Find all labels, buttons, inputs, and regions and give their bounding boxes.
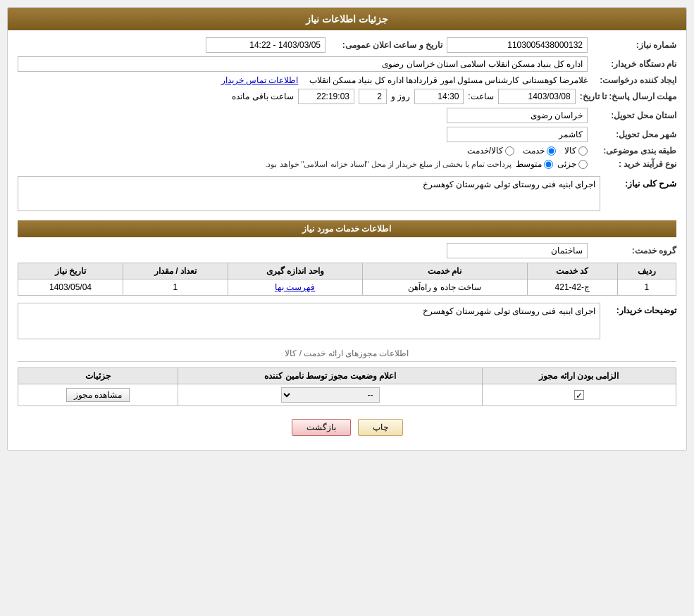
buyer-notes-textarea[interactable]: اجرای ابنیه فنی روستای تولی شهرستان کوهس…: [18, 303, 600, 339]
contact-link[interactable]: اطلاعات تماس خریدار: [221, 75, 299, 85]
province-value: خراسان رضوی: [447, 108, 588, 123]
process-note: پرداخت تمام یا بخشی از مبلغ خریدار از مح…: [265, 160, 512, 169]
general-desc-textarea[interactable]: اجرای ابنیه فنی روستای تولی شهرستان کوهس…: [18, 176, 600, 211]
col-quantity: تعداد / مقدار: [123, 263, 228, 279]
buyer-name-label: نام دستگاه خریدار:: [592, 59, 676, 69]
cell-row-num: 1: [617, 279, 676, 296]
col-row-num: ردیف: [617, 263, 676, 279]
city-label: شهر محل تحویل:: [592, 130, 676, 139]
radio-kala-khedmat[interactable]: [505, 146, 514, 156]
announcement-label: تاریخ و ساعت اعلان عمومی:: [330, 40, 442, 50]
service-group-label: گروه خدمت:: [592, 246, 676, 256]
creator-label: ایجاد کننده درخواست:: [592, 75, 676, 85]
license-status-cell[interactable]: --: [178, 384, 482, 406]
deadline-days: 2: [359, 89, 387, 104]
radio-kala-khedmat-label: کالا/خدمت: [467, 146, 503, 156]
col-service-name: نام خدمت: [362, 263, 527, 279]
buyer-name-value: اداره کل بنیاد مسکن انقلاب اسلامی استان …: [18, 56, 588, 72]
deadline-remaining: 22:19:03: [298, 89, 354, 104]
print-button[interactable]: چاپ: [358, 419, 403, 436]
col-date: تاریخ نیاز: [18, 263, 123, 279]
col-license-details: جزئیات: [18, 368, 178, 384]
deadline-remaining-label: ساعت باقی مانده: [232, 92, 294, 101]
creator-value: غلامرضا کوهستانی کارشناس مسئول امور قرار…: [309, 75, 588, 85]
need-number-value: 1103005438000132: [447, 37, 588, 53]
license-required-cell: ✓: [482, 384, 676, 406]
table-row: 1 ج-42-421 ساخت جاده و راه‌آهن فهرست بها…: [18, 279, 676, 296]
category-radio-group: کالا خدمت کالا/خدمت: [467, 146, 588, 156]
radio-khedmat[interactable]: [547, 146, 556, 156]
cell-unit[interactable]: فهرست بها: [228, 279, 362, 296]
license-required-checkbox[interactable]: ✓: [574, 390, 584, 400]
cell-service-name: ساخت جاده و راه‌آهن: [362, 279, 527, 296]
footer-buttons: چاپ بازگشت: [18, 419, 676, 436]
deadline-label: مهلت ارسال پاسخ: تا تاریخ:: [580, 92, 676, 101]
license-status-select[interactable]: --: [281, 387, 380, 403]
category-label: طبقه بندی موضوعی:: [592, 146, 676, 156]
general-desc-label: شرح کلی نیاز:: [606, 176, 676, 189]
unit-link[interactable]: فهرست بها: [275, 282, 315, 292]
radio-kala-label: کالا: [564, 146, 576, 156]
radio-jozi-label: جزئی: [557, 159, 576, 169]
radio-motavasset[interactable]: [544, 160, 553, 169]
cell-service-code: ج-42-421: [527, 279, 617, 296]
announcement-value: 1403/03/05 - 14:22: [206, 37, 326, 53]
license-row: ✓ -- مشاهده مجوز: [18, 384, 676, 406]
services-section-header: اطلاعات خدمات مورد نیاز: [18, 220, 676, 237]
radio-jozi[interactable]: [578, 160, 588, 169]
service-group-value: ساختمان: [447, 243, 588, 258]
radio-khedmat-label: خدمت: [523, 146, 545, 156]
services-table: ردیف کد خدمت نام خدمت واحد اندازه گیری ت…: [18, 263, 676, 296]
back-button[interactable]: بازگشت: [292, 419, 351, 436]
province-label: استان محل تحویل:: [592, 111, 676, 120]
page-title: جزئیات اطلاعات نیاز: [8, 8, 686, 30]
deadline-day-label: روز و: [391, 92, 410, 101]
buyer-notes-label: توضیحات خریدار:: [606, 303, 676, 315]
cell-quantity: 1: [123, 279, 228, 296]
radio-motavasset-label: متوسط: [516, 159, 542, 169]
col-license-required: الزامی بودن ارائه مجوز: [482, 368, 676, 384]
col-unit: واحد اندازه گیری: [228, 263, 362, 279]
city-value: کاشمر: [447, 127, 588, 142]
radio-kala[interactable]: [578, 146, 588, 156]
cell-date: 1403/05/04: [18, 279, 123, 296]
process-label: نوع فرآیند خرید :: [592, 159, 676, 169]
license-details-cell[interactable]: مشاهده مجوز: [18, 384, 178, 406]
need-number-label: شماره نیاز:: [592, 40, 676, 50]
deadline-time-label: ساعت:: [468, 92, 493, 101]
license-section-divider: اطلاعات مجوزهای ارائه خدمت / کالا: [18, 348, 676, 362]
show-license-button[interactable]: مشاهده مجوز: [66, 388, 130, 402]
deadline-time: 14:30: [414, 89, 464, 104]
col-license-status: اعلام وضعیت مجوز توسط نامین کننده: [178, 368, 482, 384]
col-service-code: کد خدمت: [527, 263, 617, 279]
license-table: الزامی بودن ارائه مجوز اعلام وضعیت مجوز …: [18, 367, 676, 406]
deadline-date: 1403/03/08: [498, 89, 576, 104]
